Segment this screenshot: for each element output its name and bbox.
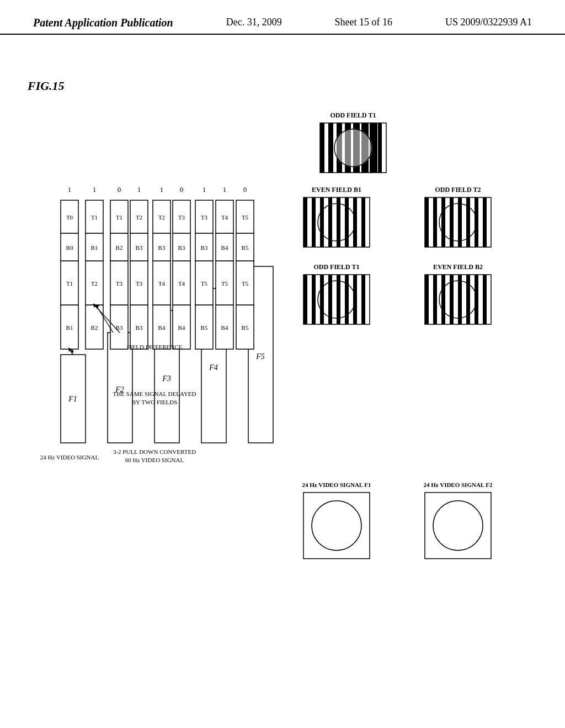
svg-rect-128 <box>320 197 324 247</box>
svg-text:ODD FIELD T1: ODD FIELD T1 <box>330 111 376 119</box>
page-header: Patent Application Publication Dec. 31, … <box>0 0 565 35</box>
svg-text:1: 1 <box>223 185 227 194</box>
svg-rect-141 <box>337 275 340 324</box>
svg-text:BY TWO FIELDS: BY TWO FIELDS <box>132 399 178 405</box>
svg-text:T1: T1 <box>116 214 122 221</box>
svg-text:T5: T5 <box>242 280 249 287</box>
svg-text:1: 1 <box>202 185 206 194</box>
svg-rect-148 <box>425 197 429 247</box>
svg-text:F4: F4 <box>209 363 218 372</box>
svg-text:T3: T3 <box>201 214 208 221</box>
svg-text:ODD FIELD T1: ODD FIELD T1 <box>313 263 359 271</box>
svg-rect-126 <box>303 197 307 247</box>
svg-text:T3: T3 <box>178 214 185 221</box>
svg-text:60 Hz VIDEO SIGNAL: 60 Hz VIDEO SIGNAL <box>125 457 184 463</box>
svg-text:T5: T5 <box>242 214 249 221</box>
svg-rect-160 <box>433 275 437 324</box>
svg-rect-149 <box>433 197 437 247</box>
svg-rect-133 <box>361 197 365 247</box>
svg-text:1: 1 <box>93 185 97 194</box>
svg-rect-121 <box>378 123 382 173</box>
svg-text:B2: B2 <box>116 244 123 251</box>
svg-rect-161 <box>441 275 445 324</box>
svg-rect-139 <box>320 275 324 324</box>
svg-rect-111 <box>373 123 377 173</box>
svg-text:B4: B4 <box>221 244 228 251</box>
svg-text:F3: F3 <box>162 374 171 383</box>
svg-rect-169 <box>303 493 370 559</box>
patent-number: US 2009/0322939 A1 <box>445 17 532 28</box>
svg-rect-155 <box>483 197 487 247</box>
svg-text:T0: T0 <box>66 214 73 221</box>
svg-rect-144 <box>361 275 365 324</box>
svg-text:T4: T4 <box>221 214 228 221</box>
svg-marker-94 <box>71 349 74 352</box>
svg-text:24 Hz VIDEO SIGNAL: 24 Hz VIDEO SIGNAL <box>40 454 99 461</box>
svg-text:T1: T1 <box>66 280 73 287</box>
svg-text:T5: T5 <box>201 280 208 287</box>
svg-rect-137 <box>303 275 307 324</box>
svg-text:0: 0 <box>118 185 121 194</box>
svg-text:B5: B5 <box>201 324 208 331</box>
svg-text:T4: T4 <box>158 280 166 287</box>
svg-text:FIELD DIFFERENCE: FIELD DIFFERENCE <box>127 344 183 350</box>
main-diagram: F1 F2 F3 F4 F5 T1 B1 T2 B2 T3 B3 T3 B3 <box>22 90 541 697</box>
svg-text:B3: B3 <box>136 244 143 251</box>
svg-rect-164 <box>466 275 470 324</box>
svg-text:B4: B4 <box>158 324 166 331</box>
svg-text:B3: B3 <box>136 324 143 331</box>
svg-text:B5: B5 <box>242 324 249 331</box>
publication-date: Dec. 31, 2009 <box>226 17 282 28</box>
svg-rect-153 <box>466 197 470 247</box>
svg-text:T3: T3 <box>136 280 143 287</box>
svg-rect-142 <box>345 275 349 324</box>
svg-rect-163 <box>458 275 462 324</box>
svg-text:EVEN FIELD B1: EVEN FIELD B1 <box>312 186 361 194</box>
svg-text:F5: F5 <box>255 352 265 361</box>
svg-text:T3: T3 <box>116 280 123 287</box>
svg-text:T2: T2 <box>136 214 142 221</box>
main-content: FIG.15 F1 F2 F3 F4 F5 T1 B1 T2 B2 T3 <box>0 35 565 719</box>
publication-title: Patent Application Publication <box>33 17 173 29</box>
svg-rect-131 <box>345 197 349 247</box>
svg-text:0: 0 <box>180 185 184 194</box>
svg-text:B4: B4 <box>221 324 228 331</box>
svg-text:0: 0 <box>243 185 247 194</box>
svg-rect-115 <box>328 123 332 173</box>
svg-text:F1: F1 <box>68 395 77 403</box>
svg-text:3-2 PULL DOWN CONVERTED: 3-2 PULL DOWN CONVERTED <box>113 448 196 455</box>
svg-rect-114 <box>320 123 324 173</box>
svg-text:1: 1 <box>137 185 141 194</box>
svg-text:B1: B1 <box>66 324 73 331</box>
svg-rect-127 <box>312 197 316 247</box>
svg-text:T1: T1 <box>91 214 98 221</box>
svg-text:T2: T2 <box>158 214 165 221</box>
svg-text:ODD FIELD T2: ODD FIELD T2 <box>435 186 481 194</box>
svg-text:B3: B3 <box>178 244 185 251</box>
svg-text:B1: B1 <box>91 244 98 251</box>
svg-text:24 Hz VIDEO SIGNAL F2: 24 Hz VIDEO SIGNAL F2 <box>423 481 493 488</box>
svg-text:THE SAME SIGNAL DELAYED: THE SAME SIGNAL DELAYED <box>113 390 196 397</box>
svg-text:T2: T2 <box>91 280 98 287</box>
svg-rect-159 <box>425 275 429 324</box>
svg-rect-150 <box>441 197 445 247</box>
svg-text:24 Hz VIDEO SIGNAL F1: 24 Hz VIDEO SIGNAL F1 <box>302 481 371 488</box>
svg-text:B3: B3 <box>158 244 166 251</box>
svg-rect-172 <box>425 493 491 559</box>
svg-text:B2: B2 <box>91 324 98 331</box>
svg-text:B0: B0 <box>66 244 73 251</box>
svg-text:EVEN FIELD B2: EVEN FIELD B2 <box>433 263 483 271</box>
svg-rect-166 <box>483 275 487 324</box>
svg-text:1: 1 <box>68 185 72 194</box>
svg-rect-130 <box>337 197 340 247</box>
svg-text:B5: B5 <box>242 244 249 251</box>
svg-text:1: 1 <box>160 185 164 194</box>
svg-text:B3: B3 <box>116 324 123 331</box>
sheet-info: Sheet 15 of 16 <box>335 17 392 28</box>
svg-rect-138 <box>312 275 316 324</box>
svg-rect-152 <box>458 197 462 247</box>
svg-text:B3: B3 <box>201 244 208 251</box>
svg-text:B4: B4 <box>178 324 185 331</box>
svg-text:T5: T5 <box>221 280 228 287</box>
svg-text:T4: T4 <box>178 280 185 287</box>
